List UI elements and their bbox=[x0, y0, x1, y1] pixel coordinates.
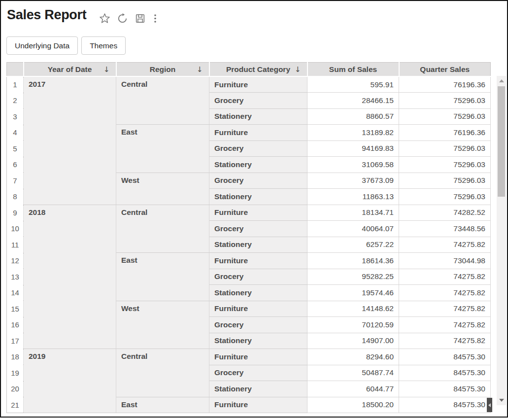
column-header-rownum[interactable] bbox=[7, 63, 24, 77]
cell-product-category: Furniture bbox=[209, 253, 307, 269]
cell-quarter-sales: 75296.03 bbox=[399, 108, 491, 125]
cell-year: 2019 bbox=[24, 349, 116, 413]
cell-sum-of-sales: 40064.07 bbox=[307, 221, 399, 237]
row-number: 17 bbox=[7, 333, 24, 349]
cell-quarter-sales: 84575.30 bbox=[399, 381, 491, 397]
row-number: 19 bbox=[7, 365, 24, 381]
cell-sum-of-sales: 595.91 bbox=[307, 76, 399, 93]
cell-product-category: Grocery bbox=[209, 317, 307, 333]
cell-product-category: Furniture bbox=[209, 125, 307, 141]
cell-quarter-sales: 74275.82 bbox=[399, 285, 491, 301]
cell-year: 2017 bbox=[24, 76, 116, 205]
row-number: 11 bbox=[7, 237, 24, 253]
cell-product-category: Stationery bbox=[209, 285, 307, 301]
cell-region: East bbox=[116, 397, 209, 413]
cell-quarter-sales: 74275.82 bbox=[399, 301, 491, 317]
scrollbar-thumb[interactable] bbox=[498, 86, 505, 197]
cell-quarter-sales: 74275.82 bbox=[399, 269, 491, 285]
column-header-product-category[interactable]: Product Category↓ bbox=[209, 63, 307, 77]
favorite-star-icon[interactable] bbox=[99, 12, 111, 25]
row-number: 13 bbox=[7, 269, 24, 285]
column-header-region[interactable]: Region↓ bbox=[116, 63, 209, 77]
cell-quarter-sales: 84575.30 bbox=[399, 397, 491, 413]
cell-sum-of-sales: 14148.62 bbox=[307, 301, 399, 317]
row-number: 8 bbox=[7, 189, 24, 205]
column-label: Year of Date bbox=[48, 65, 92, 74]
row-number: 6 bbox=[7, 157, 24, 173]
cell-quarter-sales: 75296.03 bbox=[399, 157, 491, 173]
cell-quarter-sales: 75296.03 bbox=[399, 140, 491, 157]
cell-year: 2018 bbox=[24, 205, 116, 349]
cell-product-category: Grocery bbox=[209, 221, 307, 237]
cell-quarter-sales: 84575.30 bbox=[399, 349, 491, 365]
header-row: Year of Date↓Region↓Product Category↓Sum… bbox=[7, 63, 491, 77]
row-number: 18 bbox=[7, 349, 24, 365]
cell-sum-of-sales: 94169.83 bbox=[307, 140, 399, 157]
cell-region: West bbox=[116, 173, 209, 205]
row-number: 10 bbox=[7, 221, 24, 237]
save-icon[interactable] bbox=[134, 12, 146, 25]
cell-sum-of-sales: 31069.58 bbox=[307, 157, 399, 173]
cell-quarter-sales: 75296.03 bbox=[399, 173, 491, 189]
row-number: 20 bbox=[7, 381, 24, 397]
cell-product-category: Stationery bbox=[209, 381, 307, 397]
cell-quarter-sales: 84575.30 bbox=[399, 365, 491, 381]
sales-table: Year of Date↓Region↓Product Category↓Sum… bbox=[6, 62, 491, 413]
cell-product-category: Stationery bbox=[209, 108, 307, 125]
cell-sum-of-sales: 6044.77 bbox=[307, 381, 399, 397]
row-number: 14 bbox=[7, 285, 24, 301]
table-row: 182019CentralFurniture8294.6084575.30 bbox=[7, 349, 491, 365]
row-number: 5 bbox=[7, 140, 24, 157]
row-number: 2 bbox=[7, 93, 24, 109]
column-label: Sum of Sales bbox=[329, 65, 377, 74]
cell-product-category: Stationery bbox=[209, 189, 307, 205]
row-number: 15 bbox=[7, 301, 24, 317]
cell-sum-of-sales: 37673.09 bbox=[307, 173, 399, 189]
scroll-down-arrow-icon[interactable] bbox=[499, 399, 504, 402]
row-number: 12 bbox=[7, 253, 24, 269]
cell-sum-of-sales: 50487.74 bbox=[307, 365, 399, 381]
cell-quarter-sales: 76196.36 bbox=[399, 76, 491, 93]
refresh-icon[interactable] bbox=[116, 12, 129, 25]
column-label: Region bbox=[150, 65, 176, 74]
cell-product-category: Grocery bbox=[209, 173, 307, 189]
horizontal-scroll-left-button[interactable] bbox=[487, 398, 492, 412]
cell-sum-of-sales: 95282.25 bbox=[307, 269, 399, 285]
column-header-year-of-date[interactable]: Year of Date↓ bbox=[24, 63, 116, 77]
cell-product-category: Grocery bbox=[209, 140, 307, 157]
title-action-icons bbox=[99, 12, 159, 25]
row-number: 3 bbox=[7, 108, 24, 125]
cell-sum-of-sales: 70120.59 bbox=[307, 317, 399, 333]
cell-product-category: Furniture bbox=[209, 76, 307, 93]
cell-product-category: Furniture bbox=[209, 349, 307, 365]
row-number: 9 bbox=[7, 205, 24, 221]
cell-quarter-sales: 75296.03 bbox=[399, 93, 491, 109]
cell-region: East bbox=[116, 125, 209, 173]
cell-quarter-sales: 74275.82 bbox=[399, 317, 491, 333]
page-title: Sales Report bbox=[7, 7, 86, 23]
row-number: 4 bbox=[7, 125, 24, 141]
more-options-icon[interactable] bbox=[152, 12, 159, 25]
cell-region: East bbox=[116, 253, 209, 301]
cell-quarter-sales: 74282.52 bbox=[399, 205, 491, 221]
column-header-sum-of-sales[interactable]: Sum of Sales bbox=[307, 63, 399, 77]
cell-product-category: Grocery bbox=[209, 365, 307, 381]
row-number: 21 bbox=[7, 397, 24, 413]
cell-product-category: Grocery bbox=[209, 269, 307, 285]
cell-quarter-sales: 74275.82 bbox=[399, 333, 491, 349]
sort-descending-icon: ↓ bbox=[295, 65, 301, 74]
table-row: 92018CentralFurniture18134.7174282.52 bbox=[7, 205, 491, 221]
column-label: Quarter Sales bbox=[420, 65, 470, 74]
row-number: 16 bbox=[7, 317, 24, 333]
cell-sum-of-sales: 11863.13 bbox=[307, 189, 399, 205]
cell-region: Central bbox=[116, 205, 209, 253]
themes-button[interactable]: Themes bbox=[81, 36, 126, 55]
cell-product-category: Furniture bbox=[209, 397, 307, 413]
column-header-quarter-sales[interactable]: Quarter Sales bbox=[399, 63, 491, 77]
vertical-scrollbar[interactable] bbox=[497, 76, 506, 405]
cell-sum-of-sales: 14907.00 bbox=[307, 333, 399, 349]
underlying-data-button[interactable]: Underlying Data bbox=[6, 36, 78, 55]
cell-sum-of-sales: 19574.46 bbox=[307, 285, 399, 301]
data-table-area: Year of Date↓Region↓Product Category↓Sum… bbox=[6, 62, 507, 413]
scroll-up-arrow-icon[interactable] bbox=[499, 79, 504, 82]
